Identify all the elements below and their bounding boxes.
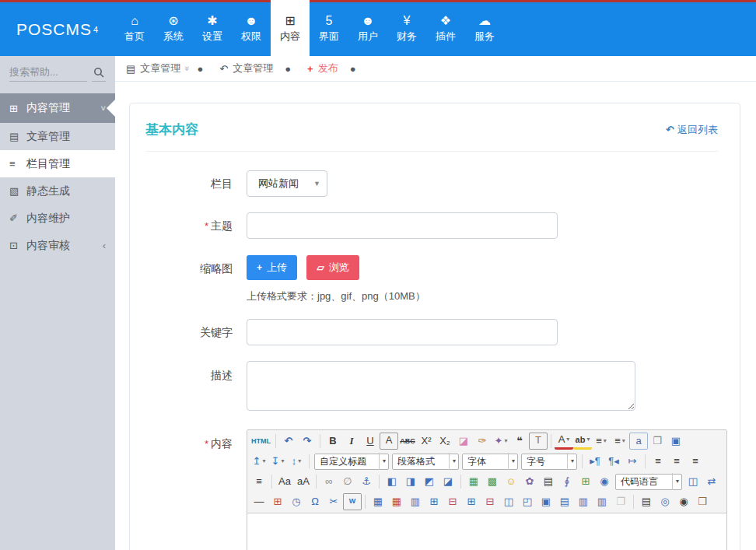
tb-line-height-icon[interactable]: ↕ (287, 453, 306, 470)
tb-highlight-icon[interactable]: ab (573, 433, 592, 450)
sidebar-item-maintain[interactable]: ✐ 内容维护 (0, 205, 115, 232)
tb-page-doc-icon[interactable]: ◉ (595, 473, 614, 490)
tb-time-icon[interactable]: ◷ (287, 493, 306, 510)
description-textarea[interactable] (247, 361, 635, 411)
tb-delete-row-icon[interactable]: ⊟ (443, 493, 462, 510)
tb-superscript-icon[interactable]: X² (417, 433, 436, 450)
tb-remote-image-icon[interactable]: ⇄ (702, 473, 721, 490)
tb-align-right-icon[interactable]: ≡ (686, 453, 705, 470)
tb-print-icon[interactable]: ▤ (637, 493, 656, 510)
breadcrumb-articles[interactable]: ▤ 文章管理 » (126, 61, 190, 75)
tb-insert-row-icon[interactable]: ⊞ (425, 493, 443, 510)
sidebar-item-articles[interactable]: ▤ 文章管理 (0, 123, 115, 150)
tb-date-icon[interactable]: ⊞ (268, 493, 287, 510)
tb-image-icon[interactable]: ▦ (464, 473, 483, 490)
tb-font-color-icon[interactable]: A (555, 433, 573, 450)
subject-input[interactable] (247, 212, 558, 239)
tb-paste-icon[interactable]: ❒ (693, 493, 712, 510)
tb-redo-icon[interactable]: ↷ (298, 433, 317, 450)
tb-blockquote-icon[interactable]: ❝ (510, 433, 529, 450)
tb-eraser-icon[interactable]: ◪ (454, 433, 473, 450)
tb-inline-code-icon[interactable]: a (629, 433, 648, 450)
tb-bold-icon[interactable]: B (324, 433, 342, 450)
tb-indent-icon[interactable]: ↦ (623, 453, 642, 470)
tb-cut-paste-icon[interactable]: ✂ (324, 493, 343, 510)
nav-item-permissions[interactable]: ☻ 权限 (232, 2, 271, 56)
tb-link-icon[interactable]: ∞ (320, 473, 338, 490)
tb-table-prop-icon[interactable]: ▥ (406, 493, 425, 510)
tb-emoticon-icon[interactable]: ☺ (502, 473, 520, 490)
nav-item-content[interactable]: ⊞ 内容 (271, 0, 310, 56)
tb-page-break-icon[interactable]: ❐ (611, 493, 630, 510)
category-select[interactable]: 网站新闻 ▼ (247, 170, 327, 197)
tb-paragraph-spacing-icon[interactable]: ↧ (268, 453, 287, 470)
breadcrumb-dot[interactable]: ● (197, 63, 212, 75)
tb-find-icon[interactable]: ◉ (674, 493, 693, 510)
breadcrumb-dot[interactable]: ● (350, 63, 366, 75)
tb-subscript-icon[interactable]: X₂ (436, 433, 454, 450)
tb-merge-down-icon[interactable]: ▤ (555, 493, 574, 510)
tb-special-char-icon[interactable]: Ω (306, 493, 324, 510)
tb-split-cell-icon[interactable]: ◰ (518, 493, 537, 510)
tb-anchor-icon[interactable]: ⚓ (357, 473, 376, 490)
sidebar-item-static[interactable]: ▧ 静态生成 (0, 177, 115, 205)
tb-paste-plain-icon[interactable]: T (529, 433, 548, 450)
tb-insert-table-icon[interactable]: ▦ (369, 493, 387, 510)
tb-hr-icon[interactable]: — (250, 493, 268, 510)
tb-image-bottom-icon[interactable]: ◪ (439, 473, 457, 490)
tb-strikethrough-icon[interactable]: ABC (398, 433, 417, 450)
tb-font-family-select[interactable]: 字体 (462, 454, 518, 470)
tb-uppercase-icon[interactable]: Aa (275, 473, 294, 490)
tb-unlink-icon[interactable]: ∅ (338, 473, 357, 490)
tb-graffiti-icon[interactable]: ✿ (520, 473, 539, 490)
tb-underline-icon[interactable]: U (361, 433, 380, 450)
tb-col-prop-icon[interactable]: ▥ (593, 493, 611, 510)
tb-lowercase-icon[interactable]: aA (294, 473, 313, 490)
breadcrumb-dot[interactable]: ● (285, 63, 300, 75)
breadcrumb-publish[interactable]: + 发布 (307, 61, 343, 75)
search-input[interactable] (9, 63, 87, 82)
tb-ordered-list-icon[interactable]: ≡ (592, 433, 611, 450)
nav-item-finance[interactable]: ¥ 财务 (387, 2, 426, 56)
back-to-list-link[interactable]: ↶ 返回列表 (666, 123, 718, 137)
nav-item-settings[interactable]: ✱ 设置 (193, 2, 232, 56)
tb-media-icon[interactable]: ▤ (539, 473, 558, 490)
nav-item-plugins[interactable]: ❖ 插件 (426, 2, 465, 56)
tb-format-brush-icon[interactable]: ✑ (473, 433, 492, 450)
tb-fullscreen-icon[interactable]: ▣ (667, 433, 685, 450)
sidebar-group-content[interactable]: ⊞ 内容管理 ˅ (0, 93, 115, 123)
tb-image-float-left-icon[interactable]: ◧ (383, 473, 401, 490)
tb-italic-icon[interactable]: I (342, 433, 361, 450)
nav-item-home[interactable]: ⌂ 首页 (115, 2, 154, 56)
tb-cell-prop-icon[interactable]: ▣ (537, 493, 555, 510)
tb-delete-table-icon[interactable]: ▦ (387, 493, 406, 510)
tb-delete-col-icon[interactable]: ⊟ (481, 493, 499, 510)
tb-image-float-right-icon[interactable]: ◨ (401, 473, 420, 490)
tb-custom-title-select[interactable]: 自定义标题 (314, 454, 389, 470)
upload-button[interactable]: + 上传 (247, 255, 297, 280)
breadcrumb-articles-back[interactable]: ↶ 文章管理 (219, 61, 278, 75)
tb-font-size-select[interactable]: 字号 (521, 454, 577, 470)
tb-html-source-icon[interactable]: HTML (250, 433, 272, 450)
tb-word-import-icon[interactable]: W (343, 493, 362, 510)
tb-new-page-icon[interactable]: ❐ (648, 433, 667, 450)
tb-font-border-icon[interactable]: A (380, 433, 398, 450)
tb-paragraph-format-select[interactable]: 段落格式 (392, 454, 459, 470)
nav-item-system[interactable]: ⊛ 系统 (154, 2, 193, 56)
nav-item-interface[interactable]: 5 界面 (310, 2, 348, 56)
tb-rtl-icon[interactable]: ¶◂ (604, 453, 623, 470)
keywords-input[interactable] (247, 319, 558, 345)
tb-letter-spacing-icon[interactable]: ↥ (250, 453, 268, 470)
editor-body[interactable] (247, 513, 726, 550)
tb-align-center-icon[interactable]: ≡ (667, 453, 686, 470)
tb-preview-icon[interactable]: ◎ (656, 493, 674, 510)
tb-ltr-icon[interactable]: ▸¶ (586, 453, 604, 470)
tb-magic-format-icon[interactable]: ✦ (492, 433, 510, 450)
tb-image-top-icon[interactable]: ◩ (420, 473, 439, 490)
tb-multi-image-icon[interactable]: ▩ (483, 473, 502, 490)
tb-insert-col-icon[interactable]: ⊞ (462, 493, 481, 510)
browse-button[interactable]: ▱ 浏览 (306, 255, 359, 280)
tb-undo-icon[interactable]: ↶ (279, 433, 298, 450)
sidebar-item-review[interactable]: ⊡ 内容审核 ‹ (0, 232, 115, 259)
tb-map-icon[interactable]: ⊞ (576, 473, 595, 490)
